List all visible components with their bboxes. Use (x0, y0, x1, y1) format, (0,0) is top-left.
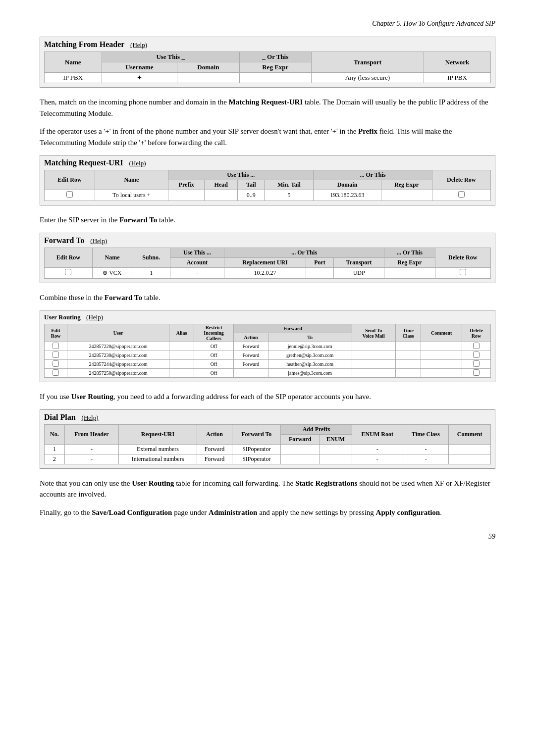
col-subno: Subno. (132, 248, 170, 267)
chapter-header: Chapter 5. How To Configure Advanced SIP (40, 20, 495, 28)
col-network: Network (424, 52, 490, 73)
row-transport: UDP (334, 267, 384, 278)
matching-from-header-help[interactable]: (Help) (130, 41, 147, 49)
row-reg-expr (384, 267, 435, 278)
row-action: Forward (234, 342, 268, 351)
delete-checkbox[interactable] (462, 351, 491, 360)
edit-checkbox[interactable] (45, 351, 67, 360)
table-row: 242857220@sipoperator.com Off Forward je… (45, 342, 491, 351)
sub-prefix: Prefix (168, 180, 205, 190)
delete-checkbox[interactable] (462, 369, 491, 378)
row-add-prefix-forward (281, 444, 319, 454)
forward-to-help[interactable]: (Help) (90, 237, 107, 245)
delete-checkbox[interactable] (462, 342, 491, 351)
row-forward-to: SIPoperator (232, 444, 281, 454)
col-time-class: Time Class (403, 424, 449, 444)
row-regexpr-val (239, 73, 311, 83)
para3: Enter the SIP server in the Forward To t… (40, 214, 495, 226)
row-no: 2 (45, 454, 65, 464)
col-transport: Transport (311, 52, 424, 73)
sub-reg-expr: Reg Expr (384, 257, 435, 267)
row-request-uri: International numbers (119, 454, 197, 464)
row-alias (169, 342, 194, 351)
para5: If you use User Routing, you need to add… (40, 391, 495, 403)
sub-domain: Domain (314, 180, 381, 190)
row-no: 1 (45, 444, 65, 454)
col-delete-row: Delete Row (435, 248, 490, 267)
row-user: 242857244@sipoperator.com (67, 360, 169, 369)
dial-plan-help[interactable]: (Help) (82, 414, 99, 421)
user-routing-help[interactable]: (Help) (86, 313, 103, 321)
col-delete-row: DeleteRow (462, 324, 491, 342)
dial-plan-title: Dial Plan (Help) (44, 413, 491, 422)
row-voicemail (352, 342, 395, 351)
row-network: IP PBX (424, 73, 490, 83)
col-forward-to: Forward To (232, 424, 281, 444)
col-edit-row: Edit Row (45, 248, 93, 267)
forward-to-table: Edit Row Name Subno. Use This ... ... Or… (44, 248, 491, 279)
table-row: To local users + 0..9 5 193.180.23.63 (45, 190, 491, 201)
sub-head: Head (205, 180, 238, 190)
row-restrict: Off (194, 351, 233, 360)
matching-request-uri-help[interactable]: (Help) (129, 159, 146, 167)
row-min-tail-val: 5 (265, 190, 314, 201)
row-voicemail (352, 369, 395, 378)
col-user: User (67, 324, 169, 342)
user-routing-table: EditRow User Alias RestrictIncomingCalle… (44, 324, 491, 378)
sub-transport: Transport (334, 257, 384, 267)
edit-checkbox[interactable] (45, 342, 67, 351)
sub-tail: Tail (238, 180, 265, 190)
table-row: ⊕ VCX 1 - 10.2.0.27 UDP (45, 267, 491, 278)
col-edit-row: EditRow (45, 324, 67, 342)
row-to: jennie@sip.3com.com (268, 342, 352, 351)
col-comment: Comment (449, 424, 491, 444)
row-action: Forward (234, 351, 268, 360)
table-row: IP PBX ✦ Any (less secure) IP PBX (45, 73, 491, 83)
row-account: - (170, 267, 224, 278)
row-subno: 1 (132, 267, 170, 278)
dial-plan-section: Dial Plan (Help) No. From Header Request… (40, 409, 495, 469)
col-time-class: TimeClass (395, 324, 421, 342)
delete-checkbox[interactable] (432, 190, 490, 201)
row-action: Forward (197, 454, 232, 464)
forward-to-section: Forward To (Help) Edit Row Name Subno. U… (40, 233, 495, 283)
para6: Note that you can only use the User Rout… (40, 478, 495, 500)
user-routing-title: User Routing (Help) (44, 313, 491, 321)
edit-checkbox[interactable] (45, 360, 67, 369)
row-name: To local users + (95, 190, 168, 201)
col-or-this: ... Or This (314, 170, 432, 180)
row-prefix-val (168, 190, 205, 201)
col-edit-row: Edit Row (45, 170, 95, 190)
col-use-this: Use This ... (168, 170, 314, 180)
row-transport: Any (less secure) (311, 73, 424, 83)
row-alias (169, 360, 194, 369)
col-action: Action (197, 424, 232, 444)
delete-checkbox[interactable] (435, 267, 490, 278)
col-send-to-voicemail: Send ToVoice Mail (352, 324, 395, 342)
row-alias (169, 369, 194, 378)
row-port (306, 267, 333, 278)
row-action: Forward (234, 360, 268, 369)
matching-from-header-title: Matching From Header (Help) (44, 40, 491, 49)
row-add-prefix-enum (319, 454, 352, 464)
row-to: heather@sip.3com.com (268, 360, 352, 369)
user-routing-section: User Routing (Help) EditRow User Alias R… (40, 310, 495, 382)
col-alias: Alias (169, 324, 194, 342)
col-delete-row: Delete Row (432, 170, 490, 190)
row-forward-to: SIPoperator (232, 454, 281, 464)
delete-checkbox[interactable] (462, 360, 491, 369)
sub-account: Account (170, 257, 224, 267)
edit-checkbox[interactable] (45, 267, 93, 278)
sub-to: To (268, 333, 352, 342)
edit-checkbox[interactable] (45, 190, 95, 201)
col-or-this2: ... Or This (384, 248, 435, 257)
row-to: grethen@sip.3com.com (268, 351, 352, 360)
row-add-prefix-enum (319, 444, 352, 454)
row-restrict: Off (194, 342, 233, 351)
row-voicemail (352, 351, 395, 360)
row-restrict: Off (194, 360, 233, 369)
matching-request-uri-title: Matching Request-URI (Help) (44, 158, 491, 167)
matching-request-uri-section: Matching Request-URI (Help) Edit Row Nam… (40, 155, 495, 205)
para2: If the operator uses a '+' in front of t… (40, 126, 495, 148)
edit-checkbox[interactable] (45, 369, 67, 378)
